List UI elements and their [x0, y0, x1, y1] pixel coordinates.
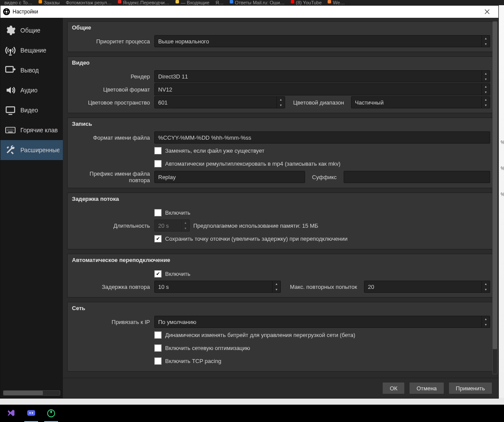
dynamic-bitrate-label: Динамически изменять битрейт для управле… [165, 332, 355, 338]
group-title: Задержка потока [68, 193, 494, 206]
visual-studio-icon [7, 409, 16, 418]
audio-icon [4, 84, 17, 97]
color-range-combo[interactable]: Частичный ▲▼ [351, 96, 490, 108]
reconnect-enable-checkbox[interactable] [154, 270, 162, 278]
apply-button[interactable]: Применить [449, 382, 492, 394]
sidebar-item-label: Вещание [20, 47, 46, 54]
svg-point-6 [32, 412, 33, 413]
sidebar-item-label: Горячие клав [20, 127, 58, 134]
color-space-combo[interactable]: 601 ▲▼ [154, 96, 285, 108]
reconnect-enable-label: Включить [165, 271, 190, 277]
taskbar-app-razer[interactable] [42, 405, 61, 422]
settings-dialog: Настройки Общие Вещание [0, 5, 499, 399]
settings-sidebar: Общие Вещание Вывод [0, 18, 63, 398]
sidebar-item-output[interactable]: Вывод [0, 60, 63, 80]
replay-prefix-label: Префикс имени файла повтора [68, 170, 154, 183]
discord-icon [26, 409, 36, 418]
close-button[interactable] [478, 6, 496, 18]
sidebar-item-stream[interactable]: Вещание [0, 40, 63, 60]
renderer-combo[interactable]: Direct3D 11 ▲▼ [154, 70, 490, 82]
obs-logo-icon [3, 8, 10, 15]
max-retries-spinner[interactable]: 20 ▲▼ [364, 281, 490, 293]
svg-rect-1 [6, 66, 13, 72]
sidebar-item-label: Видео [20, 107, 38, 114]
tcp-pacing-checkbox[interactable] [154, 357, 162, 365]
group-title: Автоматическое переподключение [68, 254, 494, 267]
video-icon [4, 104, 17, 117]
content-vertical-scrollbar[interactable] [492, 21, 497, 374]
delay-preserve-label: Сохранить точку отсечки (увеличить задер… [165, 236, 348, 242]
ok-button[interactable]: ОК [382, 382, 405, 394]
delay-enable-label: Включить [165, 209, 190, 216]
browser-tabstrip: видео с To… Заказы Фотомонтаж резул… Янд… [0, 0, 504, 5]
replay-prefix-input[interactable]: Replay [154, 171, 305, 183]
tcp-pacing-label: Включить TCP pacing [165, 358, 221, 364]
group-network: Сеть Привязать к IP По умолчанию ▲▼ [67, 302, 495, 372]
group-title: Запись [68, 118, 494, 131]
cancel-button[interactable]: Отмена [409, 382, 444, 394]
gear-icon [4, 24, 17, 37]
sidebar-item-general[interactable]: Общие [0, 20, 63, 40]
filename-format-label: Формат имени файла [68, 134, 154, 141]
taskbar-app-discord[interactable] [22, 405, 41, 422]
color-range-label: Цветовой диапазон [289, 99, 348, 106]
spinner-icon: ▲▼ [481, 281, 490, 292]
spinner-icon: ▲▼ [181, 220, 189, 231]
bind-ip-combo[interactable]: По умолчанию ▲▼ [154, 316, 490, 328]
svg-point-5 [29, 412, 31, 413]
group-reconnect: Автоматическое переподключение Включить … [67, 254, 495, 298]
group-recording: Запись Формат имени файла %CCYY-%MM-%DD … [67, 118, 495, 188]
combo-spin-icon: ▲▼ [276, 97, 285, 108]
combo-spin-icon: ▲▼ [481, 71, 490, 82]
replay-suffix-input[interactable] [344, 171, 490, 183]
sidebar-horizontal-scrollbar[interactable] [3, 390, 60, 396]
group-stream-delay: Задержка потока Включить Длительность [67, 193, 495, 249]
settings-scroll-area: Общие Приоритет процесса Выше нормальног… [63, 18, 498, 378]
filename-format-input[interactable]: %CCYY-%MM-%DD %hh-%mm-%ss [154, 131, 490, 144]
dialog-footer: ОК Отмена Применить [63, 378, 498, 398]
color-format-label: Цветовой формат [68, 86, 154, 93]
color-space-label: Цветовое пространство [68, 99, 154, 106]
network-opt-label: Включить сетевую оптимизацию [165, 345, 250, 351]
sidebar-item-label: Расширенные [20, 147, 59, 154]
sidebar-item-label: Аудио [20, 87, 38, 94]
retry-delay-label: Задержка повтора [68, 284, 154, 290]
sidebar-item-audio[interactable]: Аудио [0, 80, 63, 100]
max-retries-label: Макс. повторных попыток [284, 284, 361, 290]
overwrite-checkbox[interactable] [154, 147, 162, 154]
renderer-label: Рендер [68, 73, 154, 80]
sidebar-item-label: Вывод [20, 67, 39, 74]
delay-duration-label: Длительность [68, 222, 154, 229]
combo-spin-icon: ▲▼ [481, 36, 490, 47]
group-title: Сеть [68, 302, 494, 315]
remux-checkbox[interactable] [154, 160, 162, 167]
sidebar-item-hotkeys[interactable]: Горячие клав [0, 120, 63, 140]
delay-preserve-checkbox[interactable] [154, 235, 162, 242]
group-video: Видео Рендер Direct3D 11 ▲▼ Цвето [67, 56, 495, 113]
titlebar[interactable]: Настройки [0, 6, 498, 18]
sidebar-item-advanced[interactable]: Расширенные [0, 140, 63, 160]
replay-suffix-label: Суффикс [309, 174, 340, 180]
network-opt-checkbox[interactable] [154, 344, 162, 352]
process-priority-label: Приоритет процесса [68, 38, 154, 45]
overwrite-label: Заменять, если файл уже существует [165, 147, 264, 154]
retry-delay-spinner[interactable]: 10 s ▲▼ [154, 281, 281, 293]
window-title: Настройки [13, 9, 478, 15]
combo-spin-icon: ▲▼ [481, 316, 490, 327]
broadcast-icon [4, 44, 17, 57]
delay-duration-spinner[interactable]: 20 s ▲▼ [154, 219, 190, 232]
tools-icon [4, 144, 17, 157]
svg-rect-4 [27, 410, 35, 416]
dynamic-bitrate-checkbox[interactable] [154, 331, 162, 339]
remux-label: Автоматически ремультиплексировать в mp4… [165, 160, 341, 167]
sidebar-item-video[interactable]: Видео [0, 100, 63, 120]
output-icon [4, 64, 17, 77]
background-sliver: % % % [499, 5, 504, 398]
group-title: Видео [68, 57, 494, 69]
delay-enable-checkbox[interactable] [154, 209, 162, 216]
process-priority-combo[interactable]: Выше нормального ▲▼ [154, 35, 490, 47]
group-general: Общие Приоритет процесса Выше нормальног… [67, 21, 495, 52]
taskbar-app-vs[interactable] [2, 405, 21, 422]
color-format-combo[interactable]: NV12 ▲▼ [154, 83, 490, 95]
windows-taskbar[interactable] [0, 405, 504, 422]
